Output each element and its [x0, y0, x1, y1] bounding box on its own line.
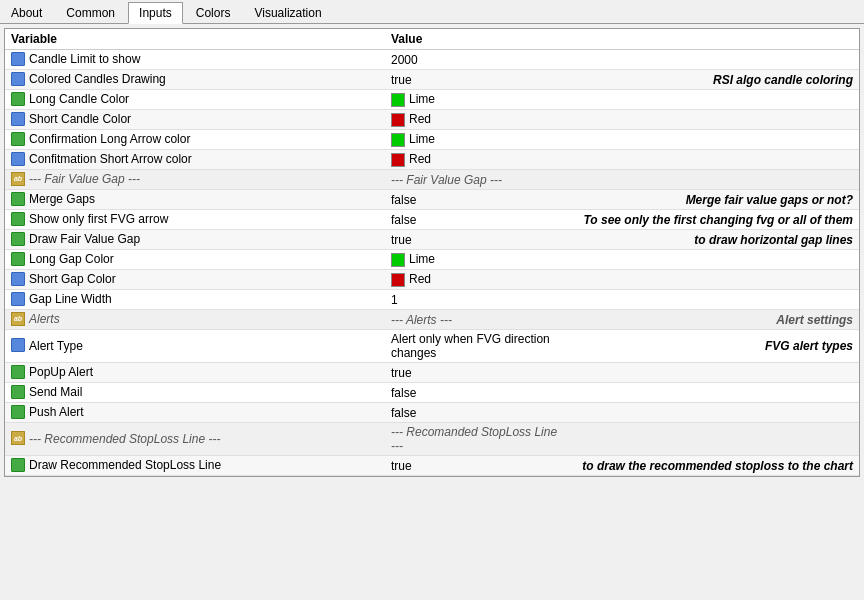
tab-colors[interactable]: Colors: [185, 2, 242, 23]
table-row[interactable]: PopUp Alerttrue: [5, 363, 859, 383]
icon-green-arrow: [11, 252, 25, 266]
icon-blue-chart: [11, 52, 25, 66]
table-row[interactable]: Show only first FVG arrowfalseTo see onl…: [5, 210, 859, 230]
variable-label: Colored Candles Drawing: [29, 72, 166, 86]
table-row[interactable]: Merge GapsfalseMerge fair value gaps or …: [5, 190, 859, 210]
col-header-variable: Variable: [5, 29, 385, 50]
value-text: false: [391, 406, 416, 420]
icon-blue-chart: [11, 112, 25, 126]
variable-cell: Draw Fair Value Gap: [5, 230, 385, 250]
table-row[interactable]: Short Gap ColorRed: [5, 270, 859, 290]
note-cell: [565, 130, 859, 150]
value-cell[interactable]: --- Alerts ---: [385, 310, 565, 330]
variable-label: Confitmation Short Arrow color: [29, 152, 192, 166]
color-swatch: [391, 253, 405, 267]
note-cell: RSI algo candle coloring: [565, 70, 859, 90]
variable-label: Show only first FVG arrow: [29, 212, 168, 226]
value-cell[interactable]: Red: [385, 150, 565, 170]
variable-label: Candle Limit to show: [29, 52, 140, 66]
value-cell[interactable]: 2000: [385, 50, 565, 70]
variable-label: Push Alert: [29, 405, 84, 419]
value-text: false: [391, 386, 416, 400]
value-text: false: [391, 213, 416, 227]
value-cell[interactable]: true: [385, 230, 565, 250]
table-row[interactable]: Draw Fair Value Gaptrueto draw horizonta…: [5, 230, 859, 250]
variable-cell: Draw Recommended StopLoss Line: [5, 456, 385, 476]
variable-label: PopUp Alert: [29, 365, 93, 379]
value-text: --- Alerts ---: [391, 313, 452, 327]
value-text: Lime: [409, 132, 435, 146]
color-swatch: [391, 153, 405, 167]
icon-green-arrow: [11, 405, 25, 419]
table-row[interactable]: Colored Candles DrawingtrueRSI algo cand…: [5, 70, 859, 90]
value-cell[interactable]: true: [385, 456, 565, 476]
value-text: 2000: [391, 53, 418, 67]
variable-label: Send Mail: [29, 385, 82, 399]
icon-blue-chart: [11, 338, 25, 352]
value-cell[interactable]: --- Fair Value Gap ---: [385, 170, 565, 190]
variable-label: --- Fair Value Gap ---: [29, 172, 140, 186]
variable-cell: Push Alert: [5, 403, 385, 423]
value-cell[interactable]: false: [385, 210, 565, 230]
color-swatch: [391, 133, 405, 147]
value-text: 1: [391, 293, 398, 307]
value-cell[interactable]: true: [385, 363, 565, 383]
note-cell: [565, 290, 859, 310]
note-cell: to draw horizontal gap lines: [565, 230, 859, 250]
icon-blue-chart: [11, 272, 25, 286]
table-row[interactable]: ab--- Fair Value Gap ------ Fair Value G…: [5, 170, 859, 190]
variable-cell: Show only first FVG arrow: [5, 210, 385, 230]
value-cell[interactable]: --- Recomanded StopLoss Line ---: [385, 423, 565, 456]
value-text: false: [391, 193, 416, 207]
value-text: Lime: [409, 92, 435, 106]
table-row[interactable]: Gap Line Width1: [5, 290, 859, 310]
table-row[interactable]: Confitmation Short Arrow colorRed: [5, 150, 859, 170]
table-row[interactable]: Push Alertfalse: [5, 403, 859, 423]
value-cell[interactable]: Alert only when FVG direction changes: [385, 330, 565, 363]
table-row[interactable]: Confirmation Long Arrow colorLime: [5, 130, 859, 150]
icon-blue-chart: [11, 292, 25, 306]
table-row[interactable]: ab--- Recommended StopLoss Line ------ R…: [5, 423, 859, 456]
value-cell[interactable]: false: [385, 383, 565, 403]
value-text: Red: [409, 152, 431, 166]
icon-blue-chart: [11, 72, 25, 86]
tab-common[interactable]: Common: [55, 2, 126, 23]
table-row[interactable]: Send Mailfalse: [5, 383, 859, 403]
value-cell[interactable]: Lime: [385, 130, 565, 150]
table-row[interactable]: Candle Limit to show2000: [5, 50, 859, 70]
variable-cell: Short Candle Color: [5, 110, 385, 130]
tab-visualization[interactable]: Visualization: [243, 2, 332, 23]
tab-inputs[interactable]: Inputs: [128, 2, 183, 24]
note-cell: [565, 423, 859, 456]
value-cell[interactable]: false: [385, 403, 565, 423]
icon-green-arrow: [11, 192, 25, 206]
note-cell: [565, 170, 859, 190]
tab-about[interactable]: About: [0, 2, 53, 23]
table-row[interactable]: Short Candle ColorRed: [5, 110, 859, 130]
value-text: true: [391, 233, 412, 247]
note-cell: [565, 110, 859, 130]
variable-label: Merge Gaps: [29, 192, 95, 206]
table-row[interactable]: Alert TypeAlert only when FVG direction …: [5, 330, 859, 363]
value-cell[interactable]: true: [385, 70, 565, 90]
variable-label: Short Candle Color: [29, 112, 131, 126]
value-cell[interactable]: Lime: [385, 250, 565, 270]
note-cell: [565, 90, 859, 110]
value-cell[interactable]: Red: [385, 110, 565, 130]
table-row[interactable]: Long Candle ColorLime: [5, 90, 859, 110]
variable-label: Long Candle Color: [29, 92, 129, 106]
value-cell[interactable]: 1: [385, 290, 565, 310]
variable-cell: Confitmation Short Arrow color: [5, 150, 385, 170]
variable-cell: Send Mail: [5, 383, 385, 403]
value-cell[interactable]: Red: [385, 270, 565, 290]
icon-green-arrow: [11, 365, 25, 379]
note-cell: Merge fair value gaps or not?: [565, 190, 859, 210]
table-row[interactable]: Long Gap ColorLime: [5, 250, 859, 270]
icon-green-arrow: [11, 385, 25, 399]
value-cell[interactable]: Lime: [385, 90, 565, 110]
table-row[interactable]: abAlerts--- Alerts ---Alert settings: [5, 310, 859, 330]
value-cell[interactable]: false: [385, 190, 565, 210]
value-text: Red: [409, 112, 431, 126]
variable-cell: Candle Limit to show: [5, 50, 385, 70]
table-row[interactable]: Draw Recommended StopLoss Linetrueto dra…: [5, 456, 859, 476]
